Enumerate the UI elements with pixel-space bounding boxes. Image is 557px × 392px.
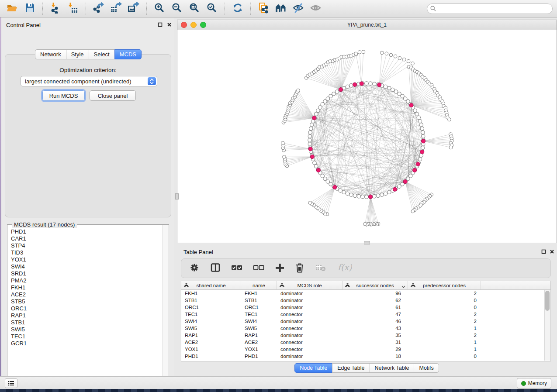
open-file-button[interactable] — [4, 2, 20, 16]
cell: FKH1 — [241, 291, 277, 296]
cell: STB1 — [241, 298, 277, 303]
close-table-panel-icon[interactable] — [549, 249, 555, 254]
mcds-result-item[interactable]: ORC1 — [8, 305, 163, 312]
mcds-result-item[interactable]: CAR1 — [8, 235, 163, 242]
show-all-button[interactable] — [308, 2, 324, 16]
status-bar: Memory — [0, 376, 557, 389]
refresh-network-button[interactable] — [230, 2, 246, 16]
tab-mcds[interactable]: MCDS — [114, 49, 142, 59]
table-settings-button[interactable] — [189, 262, 200, 275]
task-history-button[interactable] — [5, 378, 17, 388]
cell: RAP1 — [241, 333, 277, 338]
mcds-result-item[interactable]: YOX1 — [8, 256, 163, 263]
function-builder-button: f(x) — [337, 262, 352, 275]
tab-select[interactable]: Select — [89, 49, 115, 59]
import-network-icon — [50, 2, 61, 15]
toolbar-separator — [86, 3, 86, 15]
import-table-button[interactable] — [65, 2, 81, 16]
run-mcds-button[interactable]: Run MCDS — [42, 90, 85, 101]
cell: 62 — [343, 298, 408, 303]
mcds-result-item[interactable]: SWI4 — [8, 263, 163, 270]
float-window-icon[interactable] — [157, 22, 163, 28]
cell: 61 — [343, 305, 408, 310]
mcds-result-scrollbar[interactable] — [162, 225, 168, 382]
hide-selected-button[interactable] — [291, 2, 306, 16]
mcds-result-item[interactable]: RAP1 — [8, 312, 163, 319]
tab-network[interactable]: Network — [35, 49, 66, 59]
delete-entry-button[interactable] — [295, 262, 304, 275]
table-row[interactable]: SWI4SWI4dominator462 — [181, 318, 550, 325]
tab-edge-table[interactable]: Edge Table — [332, 363, 370, 373]
zoom-in-button[interactable] — [152, 2, 167, 16]
mcds-result-item[interactable]: ACE2 — [8, 291, 163, 298]
optimization-criterion-select[interactable]: largest connected component (undirected) — [21, 76, 157, 86]
vertical-splitter-handle[interactable] — [175, 193, 179, 199]
column-header-predecessor-nodes[interactable]: predecessor nodes — [408, 281, 481, 289]
table-row[interactable]: ACE2ACE2connector311 — [181, 339, 550, 346]
find-nodes-button[interactable] — [273, 2, 289, 16]
table-row[interactable]: YOX1YOX1connector291 — [181, 346, 550, 353]
network-graph[interactable] — [177, 30, 557, 243]
memory-button[interactable]: Memory — [517, 378, 551, 389]
export-table-button[interactable] — [108, 2, 124, 16]
table-row[interactable]: STB1STB1dominator620 — [181, 297, 550, 304]
zoom-out-button[interactable] — [169, 2, 185, 16]
export-network-icon — [92, 2, 105, 15]
mcds-result-item[interactable]: TID3 — [8, 249, 163, 256]
import-network-button[interactable] — [48, 2, 63, 16]
table-row[interactable]: PHD1PHD1dominator180 — [181, 353, 550, 360]
cell: connector — [277, 312, 343, 317]
satellite-nodes[interactable] — [281, 50, 453, 226]
zoom-in-icon — [154, 2, 165, 15]
save-session-button[interactable] — [22, 2, 38, 16]
select-all-button[interactable] — [231, 263, 242, 274]
mcds-result-item[interactable]: PMA2 — [8, 277, 163, 284]
mcds-result-item[interactable]: PHD1 — [8, 228, 163, 235]
network-window-titlebar[interactable]: YPA_prune.txt_1 — [177, 20, 557, 30]
export-image-button[interactable] — [126, 2, 142, 16]
column-header-name[interactable]: name — [241, 281, 277, 289]
search-input[interactable] — [427, 3, 553, 14]
zoom-fit-button[interactable] — [187, 2, 202, 16]
sort-tree-icon — [280, 283, 284, 289]
node-table-body: FKH1FKH1dominator962STB1STB1dominator620… — [181, 290, 550, 360]
tab-style[interactable]: Style — [66, 49, 89, 59]
clone-network-button[interactable] — [256, 2, 271, 16]
chevron-down-icon[interactable] — [401, 284, 405, 289]
mcds-result-item[interactable]: FKH1 — [8, 284, 163, 291]
mcds-result-list[interactable]: PHD1CAR1STP4TID3YOX1SWI4SRD1PMA2FKH1ACE2… — [8, 228, 163, 382]
mcds-result-item[interactable]: STP4 — [8, 242, 163, 249]
column-header-MCDS-role[interactable]: MCDS role — [277, 281, 343, 289]
node-table-scrollbar[interactable] — [544, 290, 550, 361]
mcds-result-item[interactable]: GCR1 — [8, 340, 163, 347]
tab-network-table[interactable]: Network Table — [370, 363, 415, 373]
cell: 43 — [343, 326, 408, 331]
column-header-successor-nodes[interactable]: successor nodes — [343, 281, 408, 289]
close-panel-icon[interactable] — [166, 22, 172, 28]
mcds-result-item[interactable]: SRD1 — [8, 270, 163, 277]
show-columns-button[interactable] — [210, 262, 221, 275]
export-network-button[interactable] — [91, 2, 107, 16]
float-table-panel-icon[interactable] — [541, 249, 547, 254]
close-panel-button[interactable]: Close panel — [90, 90, 136, 101]
tab-motifs[interactable]: Motifs — [414, 363, 439, 373]
mcds-result-item[interactable]: STB1 — [8, 319, 163, 326]
tab-node-table[interactable]: Node Table — [294, 363, 332, 373]
table-row[interactable]: TEC1TEC1connector472 — [181, 311, 550, 318]
add-entry-button[interactable] — [275, 263, 284, 274]
table-row[interactable]: RAP1RAP1dominator352 — [181, 332, 550, 339]
table-row[interactable]: SWI5SWI5connector431 — [181, 325, 550, 332]
table-row[interactable]: ORC1ORC1dominator610 — [181, 304, 550, 311]
function-builder-icon: f(x) — [337, 262, 352, 275]
column-header-shared-name[interactable]: shared name — [181, 281, 241, 289]
cell: FKH1 — [181, 291, 241, 296]
mcds-result-item[interactable]: STB5 — [8, 298, 163, 305]
network-canvas[interactable] — [177, 30, 557, 243]
table-row[interactable]: FKH1FKH1dominator962 — [181, 290, 550, 297]
mcds-result-item[interactable]: SWI5 — [8, 326, 163, 333]
horizontal-splitter-handle[interactable] — [364, 241, 370, 244]
zoom-selected-button[interactable] — [204, 2, 220, 16]
deselect-all-button[interactable] — [253, 263, 264, 274]
mcds-result-item[interactable]: TEC1 — [8, 333, 163, 340]
table-toolbar: f(x) — [181, 258, 551, 278]
